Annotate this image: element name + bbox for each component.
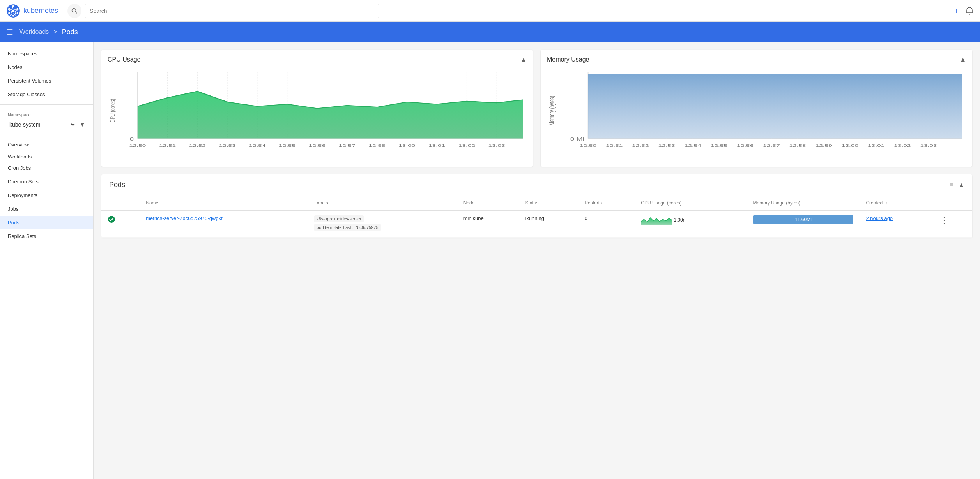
cpu-bar-container: 1.00m bbox=[641, 215, 740, 225]
pods-collapse-button[interactable]: ▲ bbox=[958, 181, 964, 188]
pod-created-link[interactable]: 2 hours ago bbox=[866, 215, 893, 221]
col-status bbox=[101, 195, 140, 211]
namespace-select-dropdown[interactable]: kube-system bbox=[8, 121, 76, 128]
notifications-button[interactable] bbox=[965, 7, 974, 15]
cpu-sparkline-icon bbox=[641, 215, 672, 225]
filter-icon[interactable]: ≡ bbox=[950, 181, 954, 189]
main-content: CPU Usage ▲ CPU (cores) bbox=[94, 42, 980, 479]
sidebar-item-pods[interactable]: Pods bbox=[0, 216, 93, 229]
pods-title: Pods bbox=[109, 181, 125, 189]
col-node: Node bbox=[457, 195, 519, 211]
logo[interactable]: kubernetes bbox=[6, 4, 58, 18]
svg-text:12:50: 12:50 bbox=[580, 143, 596, 148]
svg-text:12:58: 12:58 bbox=[789, 143, 806, 148]
memory-chart-svg: Memory (bytes) bbox=[547, 68, 966, 153]
charts-row: CPU Usage ▲ CPU (cores) bbox=[101, 50, 972, 167]
logo-text: kubernetes bbox=[23, 7, 58, 15]
svg-text:13:02: 13:02 bbox=[894, 143, 911, 148]
svg-text:12:57: 12:57 bbox=[339, 143, 356, 148]
breadcrumb-current: Pods bbox=[62, 28, 78, 36]
namespace-selector[interactable]: kube-system ▼ bbox=[0, 119, 93, 130]
sidebar-divider-1 bbox=[0, 104, 93, 105]
hamburger-menu-button[interactable]: ☰ bbox=[6, 27, 13, 37]
pods-table-head: Name Labels Node Status bbox=[101, 195, 972, 211]
svg-point-6 bbox=[8, 12, 10, 14]
svg-text:12:52: 12:52 bbox=[632, 143, 649, 148]
svg-text:13:00: 13:00 bbox=[398, 143, 415, 148]
svg-text:13:02: 13:02 bbox=[458, 143, 475, 148]
col-memory: Memory Usage (bytes) bbox=[747, 195, 860, 211]
svg-text:12:53: 12:53 bbox=[219, 143, 236, 148]
svg-point-3 bbox=[16, 8, 18, 10]
memory-chart-collapse-button[interactable]: ▲ bbox=[960, 56, 966, 63]
status-ok-icon bbox=[108, 215, 133, 223]
sidebar-item-deployments[interactable]: Deployments bbox=[0, 188, 93, 202]
svg-text:12:54: 12:54 bbox=[249, 143, 265, 148]
svg-point-7 bbox=[8, 8, 10, 10]
checkmark-circle-icon bbox=[108, 215, 115, 223]
pods-table-body: metrics-server-7bc6d75975-qwgxt k8s-app:… bbox=[101, 211, 972, 238]
pod-created-cell: 2 hours ago bbox=[860, 211, 934, 238]
sidebar-item-storage-classes[interactable]: Storage Classes bbox=[0, 88, 93, 101]
pod-restarts-cell: 0 bbox=[578, 211, 635, 238]
nav-actions: + bbox=[953, 5, 974, 16]
svg-text:Memory (bytes): Memory (bytes) bbox=[548, 96, 556, 125]
pod-node-cell: minikube bbox=[457, 211, 519, 238]
cpu-chart-svg: CPU (cores) bbox=[108, 68, 527, 153]
sidebar-item-daemon-sets[interactable]: Daemon Sets bbox=[0, 175, 93, 188]
pod-status-cell: Running bbox=[519, 211, 578, 238]
col-name: Name bbox=[140, 195, 308, 211]
svg-text:12:56: 12:56 bbox=[309, 143, 325, 148]
search-input[interactable] bbox=[85, 4, 379, 18]
sidebar-item-jobs[interactable]: Jobs bbox=[0, 202, 93, 216]
svg-text:CPU (cores): CPU (cores) bbox=[108, 99, 117, 122]
svg-text:0 Mi: 0 Mi bbox=[570, 137, 584, 141]
pod-actions-cell: ⋮ bbox=[934, 211, 972, 238]
memory-bar: 11.60Mi bbox=[753, 215, 854, 224]
pods-section-header: Pods ≡ ▲ bbox=[101, 174, 972, 195]
breadcrumb-separator: > bbox=[53, 28, 57, 35]
col-labels: Labels bbox=[308, 195, 457, 211]
svg-text:12:57: 12:57 bbox=[763, 143, 780, 148]
col-actions bbox=[934, 195, 972, 211]
table-row: metrics-server-7bc6d75975-qwgxt k8s-app:… bbox=[101, 211, 972, 238]
search-area bbox=[67, 4, 379, 18]
memory-chart-area: Memory (bytes) bbox=[547, 68, 966, 153]
overview-header[interactable]: Overview bbox=[0, 137, 93, 149]
pod-name-link[interactable]: metrics-server-7bc6d75975-qwgxt bbox=[146, 215, 223, 221]
svg-text:12:51: 12:51 bbox=[606, 143, 623, 148]
svg-line-9 bbox=[76, 12, 77, 13]
sidebar-item-cron-jobs[interactable]: Cron Jobs bbox=[0, 161, 93, 175]
svg-rect-56 bbox=[588, 74, 962, 139]
svg-text:13:03: 13:03 bbox=[920, 143, 937, 148]
sidebar-item-replica-sets[interactable]: Replica Sets bbox=[0, 229, 93, 243]
pod-row-menu-button[interactable]: ⋮ bbox=[940, 215, 948, 225]
svg-text:13:03: 13:03 bbox=[488, 143, 505, 148]
svg-text:12:53: 12:53 bbox=[658, 143, 675, 148]
cpu-value: 1.00m bbox=[674, 217, 686, 223]
breadcrumb-workloads[interactable]: Workloads bbox=[19, 28, 49, 35]
pods-table-wrapper: Name Labels Node Status bbox=[101, 195, 972, 238]
cpu-chart-collapse-button[interactable]: ▲ bbox=[520, 56, 527, 63]
svg-text:12:50: 12:50 bbox=[129, 143, 146, 148]
pods-table: Name Labels Node Status bbox=[101, 195, 972, 238]
sidebar-item-nodes[interactable]: Nodes bbox=[0, 60, 93, 74]
col-status-text: Status bbox=[519, 195, 578, 211]
svg-text:12:58: 12:58 bbox=[368, 143, 385, 148]
svg-point-5 bbox=[12, 15, 14, 17]
search-icon-button[interactable] bbox=[67, 4, 81, 18]
svg-point-4 bbox=[16, 12, 18, 14]
col-created[interactable]: Created ↑ bbox=[860, 195, 934, 211]
sidebar-item-namespaces[interactable]: Namespaces bbox=[0, 47, 93, 60]
svg-text:12:52: 12:52 bbox=[189, 143, 206, 148]
svg-text:12:51: 12:51 bbox=[159, 143, 176, 148]
svg-marker-25 bbox=[138, 92, 523, 139]
hamburger-icon: ☰ bbox=[6, 27, 13, 37]
workloads-header: Workloads bbox=[0, 149, 93, 161]
svg-text:12:54: 12:54 bbox=[685, 143, 701, 148]
sidebar-item-persistent-volumes[interactable]: Persistent Volumes bbox=[0, 74, 93, 88]
search-icon bbox=[71, 8, 78, 14]
top-navigation: kubernetes + bbox=[0, 0, 980, 22]
page-layout: Namespaces Nodes Persistent Volumes Stor… bbox=[0, 42, 980, 479]
add-button[interactable]: + bbox=[953, 5, 959, 16]
